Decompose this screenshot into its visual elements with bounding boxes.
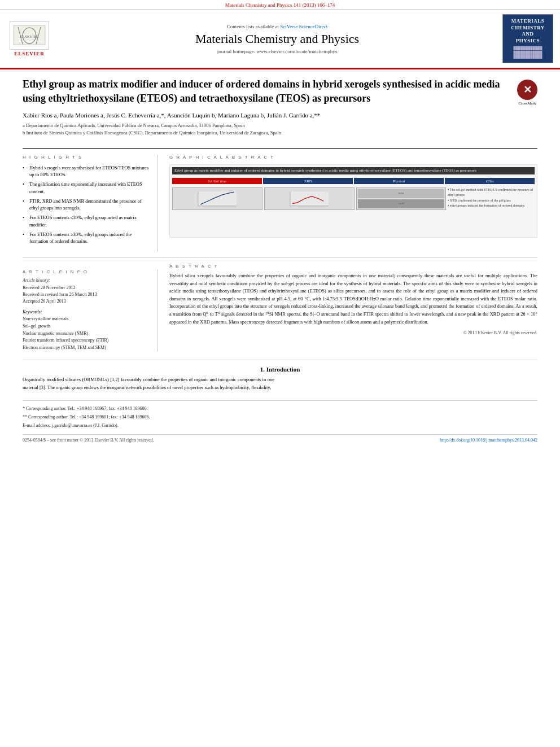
svg-rect-5 xyxy=(198,191,237,206)
journal-center: Contents lists available at SciVerse Sci… xyxy=(52,24,502,54)
highlights-label: H I G H L I G H T S xyxy=(23,155,150,161)
ga-tabs: Sol/Gel time XRD Physical CHat xyxy=(172,178,535,184)
article-title-section: Ethyl group as matrix modifier and induc… xyxy=(23,77,537,148)
footer-email: E-mail address: j.garrido@unavarra.es (J… xyxy=(23,422,537,430)
article-footer: * Corresponding author. Tel.: +34 948 16… xyxy=(23,400,537,444)
journal-right-logo: MATERIALSCHEMISTRYANDPHYSICS ███████████… xyxy=(502,14,553,63)
svg-text:ELSEVIER: ELSEVIER xyxy=(20,34,38,39)
article-title: Ethyl group as matrix modifier and induc… xyxy=(23,77,511,106)
citation-text: Materials Chemistry and Physics 141 (201… xyxy=(225,2,335,8)
footer-note-2: ** Corresponding author. Tel.: +34 948 1… xyxy=(23,414,537,421)
highlight-item: The gelification time exponentially incr… xyxy=(23,181,150,195)
abstract-column: A B S T R A C T Hybrid silica xerogels f… xyxy=(169,264,537,352)
graphical-abstract-label: G R A P H I C A L A B S T R A C T xyxy=(169,155,537,161)
ga-images-right: SEM TEM xyxy=(356,187,447,210)
doi-link[interactable]: http://dx.doi.org/10.1016/j.matchemphys.… xyxy=(440,437,537,444)
journal-homepage: journal homepage: www.elsevier.com/locat… xyxy=(59,49,496,54)
article-info-label: A R T I C L E I N F O xyxy=(23,269,150,274)
authors: Xabier Rios a, Paula Moriones a, Jesús C… xyxy=(23,111,511,120)
intro-two-col: Organically modified silicates (ORMOSILs… xyxy=(23,376,537,391)
elsevier-name: ELSEVIER xyxy=(14,51,45,56)
highlight-item: FTIR, XRD and MAS NMR demonstrated the p… xyxy=(23,198,150,212)
svg-rect-8 xyxy=(290,191,329,206)
graphical-abstract-column: G R A P H I C A L A B S T R A C T Ethyl … xyxy=(169,155,537,252)
highlights-graphical-row: H I G H L I G H T S Hybrid xerogels were… xyxy=(23,155,537,252)
highlights-list: Hybrid xerogels were synthesised for ETE… xyxy=(23,164,150,246)
info-abstract-row: A R T I C L E I N F O Article history: R… xyxy=(23,257,537,352)
journal-citation: Materials Chemistry and Physics 141 (201… xyxy=(0,0,560,10)
ga-inner: Ethyl group as matrix modifier and induc… xyxy=(172,167,535,210)
journal-title: Materials Chemistry and Physics xyxy=(59,32,496,46)
revised-date: Received in revised form 26 March 2013 xyxy=(23,291,150,298)
history-label: Article history: xyxy=(23,278,150,283)
ga-tab-physical[interactable]: Physical xyxy=(354,178,444,184)
graphical-abstract-box: Ethyl group as matrix modifier and induc… xyxy=(169,164,537,238)
keywords-list: Non-crystalline materials Sol–gel growth… xyxy=(23,316,150,352)
sciverse-link: Contents lists available at SciVerse Sci… xyxy=(59,24,496,29)
copyright: © 2013 Elsevier B.V. All rights reserved… xyxy=(169,330,537,335)
crossmark: ✕ CrossMark xyxy=(517,80,537,106)
ga-bullets: The sol-gel method with ETEOS 5 confirme… xyxy=(448,187,535,210)
highlight-item: For ETEOS contents ≥30%, ethyl groups in… xyxy=(23,231,150,246)
sciverse-anchor[interactable]: SciVerse ScienceDirect xyxy=(280,24,327,29)
article-info-column: A R T I C L E I N F O Article history: R… xyxy=(23,269,158,352)
intro-col-1: Organically modified silicates (ORMOSILs… xyxy=(23,376,274,391)
intro-col-2 xyxy=(286,376,537,391)
journal-logo-box: MATERIALSCHEMISTRYANDPHYSICS ███████████… xyxy=(502,14,553,63)
elsevier-logo-box: ELSEVIER xyxy=(10,21,49,50)
accepted-date: Accepted 26 April 2013 xyxy=(23,298,150,305)
ga-tab-xrd[interactable]: XRD xyxy=(263,178,353,184)
elsevier-logo: ELSEVIER ELSEVIER xyxy=(7,21,52,56)
ga-tab-sol[interactable]: Sol/Gel time xyxy=(172,178,262,184)
crossmark-icon: ✕ xyxy=(517,80,537,100)
received-date: Received 28 November 2012 xyxy=(23,285,150,291)
abstract-label: A B S T R A C T xyxy=(169,264,537,269)
crossmark-label: CrossMark xyxy=(517,101,537,106)
ga-title: Ethyl group as matrix modifier and induc… xyxy=(172,167,535,174)
journal-header: ELSEVIER ELSEVIER Contents lists availab… xyxy=(0,10,560,69)
footer-note-1: * Corresponding author. Tel.: +34 948 16… xyxy=(23,405,537,413)
bottom-bar: 0254-0584/$ – see front matter © 2013 El… xyxy=(23,434,537,444)
ga-chart-middle xyxy=(264,187,355,210)
ga-tab-chat[interactable]: CHat xyxy=(445,178,535,184)
keywords-label: Keywords: xyxy=(23,309,150,314)
abstract-text: Hybrid silica xerogels favourably combin… xyxy=(169,272,537,326)
issn: 0254-0584/$ – see front matter © 2013 El… xyxy=(23,437,154,444)
introduction-section: 1. Introduction Organically modified sil… xyxy=(23,360,537,391)
highlights-column: H I G H L I G H T S Hybrid xerogels were… xyxy=(23,155,158,252)
highlight-item: Hybrid xerogels were synthesised for ETE… xyxy=(23,164,150,179)
section-number: 1. Introduction xyxy=(23,366,537,373)
ga-content: SEM TEM The sol-gel method with ETEOS 5 … xyxy=(172,187,535,210)
affiliations: a Departamento de Química Aplicada, Univ… xyxy=(23,122,511,137)
main-content: Ethyl group as matrix modifier and induc… xyxy=(0,69,560,449)
title-authors-block: Ethyl group as matrix modifier and induc… xyxy=(23,77,511,141)
ga-chart-left xyxy=(172,187,262,210)
highlight-item: For ETEOS contents ≤30%, ethyl group act… xyxy=(23,214,150,229)
